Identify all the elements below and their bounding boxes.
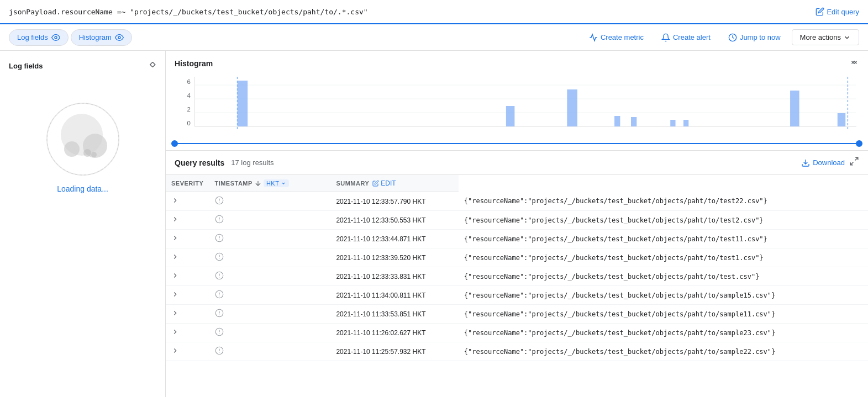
summary-cell: {"resourceName":"projects/_/buckets/test… — [459, 342, 868, 361]
svg-rect-25 — [670, 120, 675, 126]
download-button[interactable]: Download — [801, 158, 845, 167]
updown-arrow-icon — [849, 57, 859, 67]
expand-row-button[interactable] — [171, 309, 179, 319]
timestamp-cell: 2021-11-10 12:33:33.831 HKT — [330, 267, 458, 286]
collapse-panel-button[interactable] — [146, 60, 156, 72]
severity-icon — [214, 233, 224, 243]
jump-to-now-label: Jump to now — [740, 33, 781, 41]
create-metric-button[interactable]: Create metric — [582, 30, 650, 45]
severity-cell — [209, 342, 330, 361]
query-bar: jsonPayload.resourceName =~ "projects/_/… — [0, 0, 868, 24]
fullscreen-button[interactable] — [849, 156, 859, 169]
expand-row-button[interactable] — [171, 234, 179, 244]
severity-icon — [214, 289, 224, 299]
table-row: 2021-11-10 11:33:53.851 HKT{"resourceNam… — [166, 305, 868, 324]
right-panel: Histogram 6 4 2 0 — [166, 51, 868, 397]
jump-to-now-button[interactable]: Jump to now — [722, 30, 787, 45]
table-row: 2021-11-10 12:33:57.790 HKT{"resourceNam… — [166, 192, 868, 211]
svg-text:2: 2 — [187, 106, 191, 113]
svg-point-0 — [55, 36, 57, 39]
expand-row-button[interactable] — [171, 253, 179, 262]
bell-icon — [661, 33, 670, 42]
svg-rect-26 — [683, 120, 688, 126]
table-header-row: SEVERITY TIMESTAMP HKT — [166, 175, 868, 192]
eye-icon-log-fields — [51, 33, 60, 42]
query-results-title: Query results — [175, 158, 224, 167]
svg-rect-22 — [567, 89, 577, 126]
edit-summary-button[interactable]: EDIT — [372, 179, 396, 187]
expand-row-button[interactable] — [171, 347, 179, 356]
more-actions-label: More actions — [800, 33, 841, 41]
svg-point-8 — [83, 149, 91, 157]
svg-rect-23 — [614, 116, 620, 126]
results-tbody: 2021-11-10 12:33:57.790 HKT{"resourceNam… — [166, 192, 868, 361]
log-fields-tab[interactable]: Log fields — [9, 29, 69, 46]
histogram-title-row: Histogram — [175, 57, 859, 70]
timestamp-cell: 2021-11-10 12:33:39.520 HKT — [330, 248, 458, 267]
chart-icon — [589, 33, 598, 42]
edit-label: EDIT — [381, 179, 396, 187]
collapse-arrows-icon — [146, 60, 156, 70]
range-line — [175, 143, 859, 144]
timestamp-cell: 2021-11-10 11:26:02.627 HKT — [330, 324, 458, 342]
histogram-svg: 6 4 2 0 — [175, 74, 859, 135]
create-alert-label: Create alert — [673, 33, 711, 41]
th-summary: SUMMARY EDIT — [330, 175, 458, 192]
table-row: 2021-11-10 11:25:57.932 HKT{"resourceNam… — [166, 342, 868, 361]
create-alert-button[interactable]: Create alert — [655, 30, 717, 45]
svg-text:4: 4 — [187, 92, 191, 99]
edit-query-button[interactable]: Edit query — [816, 7, 859, 16]
timestamp-cell: 2021-11-10 12:33:57.790 HKT — [330, 192, 458, 211]
range-handle-right[interactable] — [856, 140, 862, 147]
sort-down-icon — [254, 179, 262, 187]
results-count: 17 log results — [231, 158, 273, 167]
severity-cell — [209, 211, 330, 230]
severity-cell — [209, 305, 330, 324]
table-row: 2021-11-10 12:33:50.553 HKT{"resourceNam… — [166, 211, 868, 230]
expand-row-button[interactable] — [171, 290, 179, 300]
tabs-left: Log fields Histogram — [9, 29, 132, 46]
table-container[interactable]: SEVERITY TIMESTAMP HKT — [166, 175, 868, 397]
timezone-label: HKT — [266, 180, 280, 187]
th-severity: SEVERITY — [166, 175, 209, 192]
summary-cell: {"resourceName":"projects/_/buckets/test… — [459, 305, 868, 324]
expand-row-button[interactable] — [171, 197, 179, 206]
histogram-title-text: Histogram — [175, 59, 213, 68]
summary-cell: {"resourceName":"projects/_/buckets/test… — [459, 286, 868, 305]
expand-row-button[interactable] — [171, 328, 179, 337]
tz-dropdown-icon — [281, 181, 286, 186]
timestamp-cell: 2021-11-10 11:25:57.932 HKT — [330, 342, 458, 361]
svg-text:6: 6 — [187, 78, 191, 85]
more-actions-button[interactable]: More actions — [792, 29, 859, 45]
table-row: 2021-11-10 11:26:02.627 HKT{"resourceNam… — [166, 324, 868, 342]
summary-header-label: SUMMARY — [336, 180, 369, 187]
severity-icon — [214, 195, 224, 205]
timestamp-cell: 2021-11-10 11:34:00.811 HKT — [330, 286, 458, 305]
create-metric-label: Create metric — [601, 33, 644, 41]
query-results-right: Download — [801, 156, 859, 169]
svg-rect-19 — [238, 81, 248, 126]
loading-graphic: Loading data... — [44, 100, 122, 193]
timezone-badge[interactable]: HKT — [264, 179, 290, 187]
severity-icon — [214, 308, 224, 318]
timestamp-cell: 2021-11-10 11:33:53.851 HKT — [330, 305, 458, 324]
svg-rect-28 — [838, 113, 845, 126]
download-icon — [801, 158, 810, 167]
eye-icon-histogram — [115, 33, 124, 42]
expand-row-button[interactable] — [171, 215, 179, 225]
results-table: SEVERITY TIMESTAMP HKT — [166, 175, 868, 361]
severity-cell — [209, 267, 330, 286]
expand-row-button[interactable] — [171, 272, 179, 281]
svg-point-9 — [91, 152, 97, 157]
histogram-collapse-button[interactable] — [849, 57, 859, 70]
th-timestamp: TIMESTAMP HKT — [209, 175, 330, 192]
svg-rect-27 — [790, 91, 799, 126]
query-text: jsonPayload.resourceName =~ "projects/_/… — [9, 8, 368, 16]
pencil-icon — [816, 7, 824, 16]
table-row: 2021-11-10 12:33:39.520 HKT{"resourceNam… — [166, 248, 868, 267]
timestamp-cell: 2021-11-10 12:33:50.553 HKT — [330, 211, 458, 230]
histogram-tab[interactable]: Histogram — [71, 29, 132, 46]
range-handle-left[interactable] — [171, 140, 178, 147]
severity-header-label: SEVERITY — [171, 180, 203, 187]
loading-circles-svg — [44, 100, 122, 178]
